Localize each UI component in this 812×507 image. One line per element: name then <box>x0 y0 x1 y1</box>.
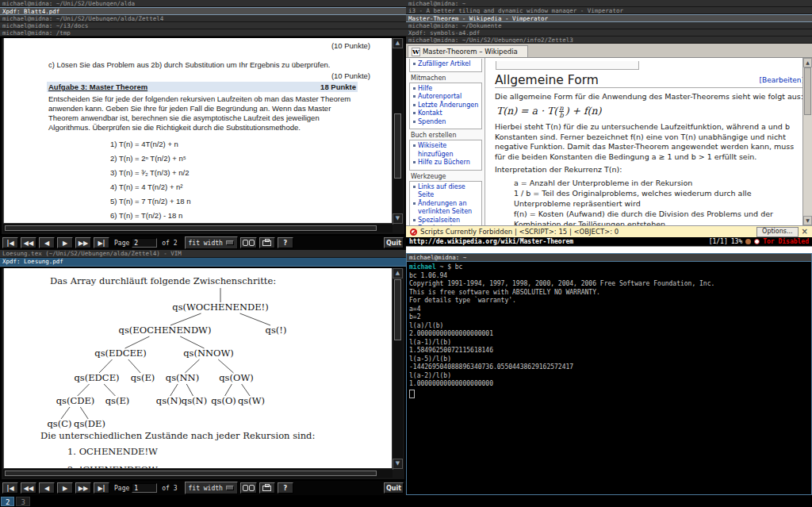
page-number-input[interactable] <box>132 483 157 493</box>
window-title[interactable]: i3 - A better tiling and dynamic window … <box>406 7 812 14</box>
window-title-vim[interactable]: Loesung.tex (~/Uni/S2/Uebungen/alda/Zett… <box>0 250 406 258</box>
sidebar-link[interactable]: Spenden <box>412 118 481 127</box>
window-title-label: michael@midna: ~/Uni/S2/Uebungen/info2/Z… <box>408 36 573 44</box>
prev-page-button[interactable]: ◀ <box>39 237 55 248</box>
last-page-button[interactable]: ▶| <box>94 237 109 248</box>
page-label: Page <box>114 240 129 247</box>
sidebar-link[interactable]: Druckversion <box>412 225 481 225</box>
noscript-status-icon[interactable] <box>754 239 760 244</box>
window-title-terminal[interactable]: michael@midna: ~ <box>407 254 811 262</box>
scrollbar-thumb[interactable] <box>394 279 401 340</box>
quit-button[interactable]: Quit <box>384 482 404 494</box>
recurrence-formula: 2) T(n) = 2ⁿ T(n/2) + n⁵ <box>110 154 191 168</box>
window-title[interactable]: michael@midna: ~/Uni/S2/Uebungen/info2/Z… <box>406 36 812 44</box>
scrollbar-thumb[interactable] <box>5 225 377 231</box>
pdf1-horizontal-scrollbar[interactable] <box>3 223 393 232</box>
article-para1: Hierbei steht T(n) für die zu untersuche… <box>495 122 804 162</box>
window-title[interactable]: michael@midna: /tmp <box>0 29 406 36</box>
pdf2-vertical-scrollbar[interactable]: ▲ ▼ <box>392 268 403 469</box>
terminal-line: a=4 <box>409 305 809 314</box>
vimperator-commandline[interactable] <box>406 246 812 253</box>
task-header: Aufgabe 3: Master Theorem 18 Punkte <box>47 82 358 92</box>
tree-node: qs(EDCEE) <box>94 348 146 359</box>
window-title[interactable]: michael@midna: ~ <box>406 0 812 7</box>
window-title[interactable]: michael@midna: ~/Dokumente <box>406 22 812 29</box>
recurrence-formula: 6) T(n) = T(n/2) - 18 n <box>110 211 191 224</box>
window-title[interactable]: Xpdf: symbols-a4.pdf <box>406 29 812 36</box>
option-menu-icon <box>226 486 234 490</box>
page-number-input[interactable] <box>132 238 157 248</box>
sidebar-link[interactable]: Letzte Änderungen <box>412 102 481 110</box>
zoom-mode-select[interactable]: fit width <box>185 236 238 249</box>
scrollbar-thumb[interactable] <box>5 471 377 476</box>
tab-title: Master-Theorem – Wikipedia <box>423 48 518 56</box>
tree-node: qs(CDE) <box>56 395 95 406</box>
terminal-body[interactable]: michael ~ $ bc bc 1.06.94Copyright 1991-… <box>407 262 811 494</box>
noscript-options-button[interactable]: Options... <box>756 227 799 237</box>
back-fast-button[interactable]: ◀◀ <box>21 482 36 494</box>
window-title[interactable]: Master-Theorem - Wikipedia - Vimperator <box>406 14 812 22</box>
pdf2-horizontal-scrollbar[interactable] <box>3 468 393 478</box>
tab-bar: W Master-Theorem – Wikipedia <box>406 44 812 58</box>
pdf1-vertical-scrollbar[interactable]: ▲ ▼ <box>392 38 403 224</box>
sidebar-link[interactable]: Autorenportal <box>412 93 481 102</box>
scroll-down-icon[interactable]: ▼ <box>393 213 403 224</box>
points-label: (10 Punkte) <box>331 71 370 80</box>
print-button[interactable] <box>259 482 275 494</box>
window-title[interactable]: Xpdf: Blatt4.pdf <box>0 7 406 15</box>
first-page-button[interactable]: |◀ <box>2 237 18 248</box>
sidebar-link[interactable]: Zufälliger Artikel <box>412 60 481 69</box>
scrollbar-thumb[interactable] <box>394 113 401 179</box>
portlet-heading: Werkzeuge <box>411 173 482 180</box>
section-heading-row: Allgemeine Form [Bearbeiten] <box>495 75 804 88</box>
help-button[interactable]: ? <box>278 482 293 494</box>
sidebar-link[interactable]: Links auf diese Seite <box>412 183 481 200</box>
find-button[interactable] <box>240 482 257 494</box>
tree-node: qs(E) <box>131 372 155 383</box>
shell-prompt-line: michael ~ $ bc <box>409 263 809 272</box>
find-button[interactable] <box>240 237 257 248</box>
quit-button[interactable]: Quit <box>384 237 404 248</box>
proxy-icon[interactable] <box>745 239 751 244</box>
scroll-up-icon[interactable]: ▲ <box>393 38 403 48</box>
workspace-button-2[interactable]: 2 <box>1 497 14 506</box>
right-title-stack: michael@midna: ~i3 - A better tiling and… <box>406 0 812 44</box>
help-button[interactable]: ? <box>278 237 293 248</box>
scroll-up-icon[interactable]: ▲ <box>393 268 403 278</box>
last-page-button[interactable]: ▶| <box>94 482 109 494</box>
tab-master-theorem[interactable]: W Master-Theorem – Wikipedia <box>408 45 528 57</box>
forward-fast-button[interactable]: ▶▶ <box>75 482 91 494</box>
window-title-xpdf-loesung[interactable]: Xpdf: Loesung.pdf <box>0 258 406 267</box>
window-title[interactable]: michael@midna: ~/Uni/S2/Uebungen/alda/Ze… <box>0 15 406 22</box>
pdf-view-blatt4[interactable]: (10 Punkte) c) Lösen Sie das Problem aus… <box>0 36 406 236</box>
zoom-mode-select[interactable]: fit width <box>185 482 238 494</box>
scroll-down-icon[interactable]: ▼ <box>803 216 812 225</box>
workspace-button-3[interactable]: 3 <box>16 497 29 506</box>
sidebar-link[interactable]: Hilfe <box>412 85 481 94</box>
sidebar-link[interactable]: Hilfe zu Büchern <box>412 159 481 167</box>
window-title-label: Xpdf: Loesung.pdf <box>2 258 63 265</box>
sidebar-link[interactable]: Kontakt <box>412 109 481 118</box>
close-icon[interactable]: × <box>802 228 808 236</box>
browser-vertical-scrollbar[interactable]: ▲ ▼ <box>802 58 812 225</box>
back-fast-button[interactable]: ◀◀ <box>21 237 36 248</box>
forward-fast-button[interactable]: ▶▶ <box>75 237 91 248</box>
next-page-button[interactable]: ▶ <box>57 237 73 248</box>
section-heading: Allgemeine Form <box>495 75 599 86</box>
window-title[interactable]: michael@midna: ~/i3/docs <box>0 22 406 29</box>
print-button[interactable] <box>259 237 275 248</box>
window-title[interactable]: michael@midna: ~/Uni/S2/Uebungen/alda <box>0 0 406 7</box>
page-total-label: of 3 <box>162 485 177 492</box>
first-page-button[interactable]: |◀ <box>2 482 18 494</box>
next-page-button[interactable]: ▶ <box>57 482 73 494</box>
scroll-down-icon[interactable]: ▼ <box>393 459 403 469</box>
terminal-window: michael@midna: ~ michael ~ $ bc bc 1.06.… <box>406 253 812 495</box>
sidebar-link[interactable]: Änderungen an verlinkten Seiten <box>412 200 481 217</box>
sidebar-link[interactable]: Wikiseite hinzufügen <box>412 142 481 159</box>
edit-section-link[interactable]: [Bearbeiten] <box>760 75 804 86</box>
prev-page-button[interactable]: ◀ <box>39 482 55 494</box>
pdf-view-loesung[interactable]: Das Array durchläuft folgende Zwischensc… <box>0 267 406 481</box>
scrollbar-thumb[interactable] <box>804 67 811 115</box>
sidebar-link[interactable]: Spezialseiten <box>412 217 481 225</box>
scroll-up-icon[interactable]: ▲ <box>803 58 812 67</box>
